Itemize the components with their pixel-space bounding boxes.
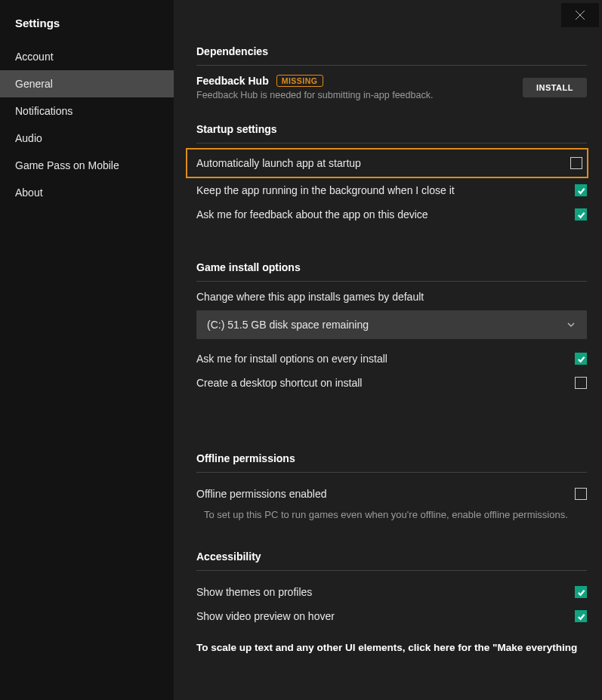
option-video-preview[interactable]: Show video preview on hover [196, 604, 587, 628]
section-title-dependencies: Dependencies [196, 45, 587, 57]
checkbox-ask-install[interactable] [575, 353, 587, 365]
sidebar-item-general[interactable]: General [0, 70, 174, 97]
checkbox-themes[interactable] [575, 586, 587, 598]
checkbox-keep-running[interactable] [575, 184, 587, 196]
option-label: Automatically launch app at startup [196, 157, 361, 169]
install-location-dropdown[interactable]: (C:) 51.5 GB disk space remaining [196, 310, 587, 339]
divider [196, 570, 587, 571]
divider [196, 143, 587, 143]
offline-desc: To set up this PC to run games even when… [196, 509, 587, 520]
option-label: Create a desktop shortcut on install [196, 377, 362, 389]
scale-note: To scale up text and any other UI elemen… [196, 642, 587, 653]
option-label: Ask me for feedback about the app on thi… [196, 208, 428, 220]
checkbox-create-shortcut[interactable] [575, 377, 587, 389]
sidebar-item-notifications[interactable]: Notifications [0, 97, 174, 125]
option-label: Show themes on profiles [196, 586, 312, 598]
option-keep-running[interactable]: Keep the app running in the background w… [196, 178, 587, 202]
checkbox-video-preview[interactable] [575, 610, 587, 622]
sidebar-item-audio[interactable]: Audio [0, 125, 174, 152]
option-offline-enabled[interactable]: Offline permissions enabled [196, 482, 587, 506]
option-auto-launch[interactable]: Automatically launch app at startup [186, 148, 588, 178]
section-title-offline: Offline permissions [196, 452, 587, 464]
option-create-shortcut[interactable]: Create a desktop shortcut on install [196, 371, 587, 395]
section-title-install: Game install options [196, 261, 587, 273]
checkbox-offline[interactable] [575, 488, 587, 500]
dropdown-value: (C:) 51.5 GB disk space remaining [207, 319, 369, 331]
sidebar-item-about[interactable]: About [0, 179, 174, 206]
missing-badge: MISSING [276, 75, 323, 87]
checkbox-auto-launch[interactable] [570, 157, 582, 169]
sidebar-item-account[interactable]: Account [0, 43, 174, 70]
option-label: Show video preview on hover [196, 610, 335, 622]
section-title-accessibility: Accessibility [196, 550, 587, 563]
option-ask-feedback[interactable]: Ask me for feedback about the app on thi… [196, 202, 587, 227]
option-label: Offline permissions enabled [196, 488, 327, 500]
option-label: Keep the app running in the background w… [196, 184, 455, 196]
divider [196, 65, 587, 66]
divider [196, 281, 587, 282]
sidebar: Settings Account General Notifications A… [0, 0, 174, 700]
dependency-row: Feedback Hub MISSING Feedback Hub is nee… [196, 75, 587, 100]
close-button[interactable] [561, 3, 599, 27]
close-icon [575, 10, 585, 20]
option-label: Ask me for install options on every inst… [196, 353, 387, 365]
chevron-down-icon [566, 319, 576, 330]
option-ask-install-options[interactable]: Ask me for install options on every inst… [196, 347, 587, 371]
option-show-themes[interactable]: Show themes on profiles [196, 580, 587, 604]
sidebar-item-game-pass-mobile[interactable]: Game Pass on Mobile [0, 152, 174, 179]
dependency-name: Feedback Hub [196, 75, 269, 87]
install-button[interactable]: INSTALL [523, 78, 587, 97]
sidebar-title: Settings [0, 11, 174, 43]
main-panel: Dependencies Feedback Hub MISSING Feedba… [174, 0, 602, 700]
change-where-label: Change where this app installs games by … [196, 291, 587, 303]
dependency-desc: Feedback Hub is needed for submitting in… [196, 90, 433, 100]
section-title-startup: Startup settings [196, 123, 587, 135]
checkbox-ask-feedback[interactable] [575, 208, 587, 220]
divider [196, 472, 587, 473]
